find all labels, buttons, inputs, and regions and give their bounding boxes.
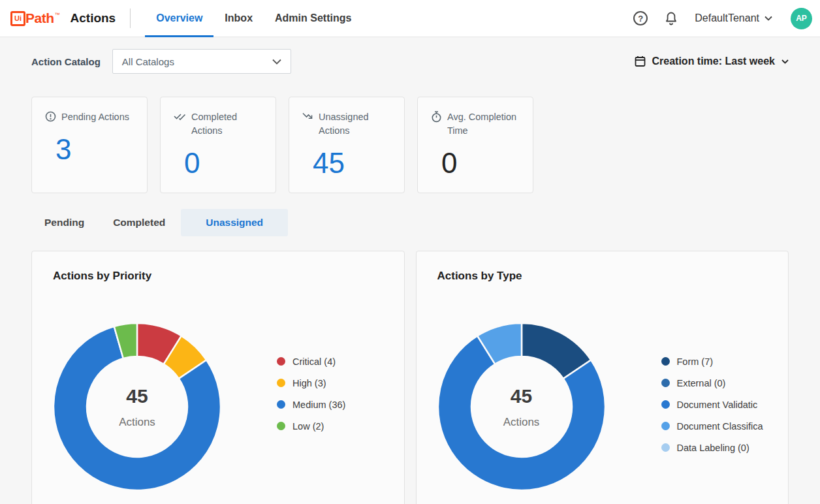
legend-label: External (0) <box>677 378 726 388</box>
header-divider <box>130 8 131 28</box>
double-check-icon <box>174 111 186 121</box>
nav-tab-inbox[interactable]: Inbox <box>213 0 264 37</box>
legend-dot-icon <box>277 422 285 430</box>
tenant-name: DefaultTenant <box>695 12 759 24</box>
legend-dot-icon <box>661 400 670 409</box>
stat-card-unassigned: Unassigned Actions 45 <box>289 97 405 193</box>
nav-tab-admin-settings[interactable]: Admin Settings <box>264 0 362 37</box>
alert-circle-icon <box>45 111 56 122</box>
stat-value: 0 <box>441 147 520 180</box>
main-nav: Overview Inbox Admin Settings <box>145 0 362 37</box>
actions-by-type-card: Actions by Type 45 Actions Form (7)Exter… <box>416 251 789 504</box>
legend-item[interactable]: Document Classifica <box>661 415 763 437</box>
stat-label: Unassigned Actions <box>319 110 391 138</box>
type-legend: Form (7)External (0)Document ValidaticDo… <box>661 351 763 458</box>
uipath-logo[interactable]: Ui Path ™ <box>10 10 60 26</box>
legend-item[interactable]: Document Validatic <box>661 394 763 415</box>
stopwatch-icon <box>431 111 442 123</box>
stat-card-pending: Pending Actions 3 <box>31 97 148 193</box>
tab-pending[interactable]: Pending <box>31 209 97 236</box>
uipath-logo-box: Ui <box>10 11 25 26</box>
legend-dot-icon <box>277 379 285 387</box>
legend-dot-icon <box>277 357 285 366</box>
app-header: Ui Path ™ Actions Overview Inbox Admin S… <box>0 0 820 37</box>
legend-item[interactable]: Data Labeling (0) <box>661 437 763 458</box>
tab-unassigned[interactable]: Unassigned <box>181 209 288 236</box>
legend-label: Critical (4) <box>292 356 336 367</box>
type-donut-chart: 45 Actions <box>438 323 605 490</box>
legend-dot-icon <box>277 400 285 409</box>
legend-label: Low (2) <box>292 421 324 432</box>
legend-item[interactable]: Form (7) <box>661 351 763 372</box>
legend-dot-icon <box>661 422 670 430</box>
nav-tab-overview[interactable]: Overview <box>145 0 213 37</box>
priority-legend: Critical (4)High (3)Medium (36)Low (2) <box>277 351 345 437</box>
legend-label: Form (7) <box>677 356 714 367</box>
legend-item[interactable]: High (3) <box>277 372 345 394</box>
legend-item[interactable]: Critical (4) <box>277 351 345 372</box>
legend-item[interactable]: External (0) <box>661 372 763 394</box>
stats-row: Pending Actions 3 Completed Actions 0 Un… <box>31 97 789 193</box>
bell-icon[interactable] <box>665 11 678 25</box>
stat-value: 0 <box>184 147 262 180</box>
tab-completed[interactable]: Completed <box>100 209 178 236</box>
avatar[interactable]: AP <box>791 8 812 29</box>
calendar-icon <box>635 55 646 67</box>
help-icon[interactable]: ? <box>633 11 648 25</box>
trademark-symbol: ™ <box>55 12 60 18</box>
chevron-down-icon <box>272 59 281 65</box>
chart-title: Actions by Type <box>437 270 522 283</box>
legend-label: Medium (36) <box>292 400 345 410</box>
status-tabs: Pending Completed Unassigned <box>31 209 789 236</box>
trending-down-icon <box>302 111 313 121</box>
actions-by-priority-card: Actions by Priority 45 Actions Critical … <box>31 251 405 504</box>
stat-card-completed: Completed Actions 0 <box>160 97 276 193</box>
legend-label: Document Classifica <box>677 421 763 432</box>
legend-item[interactable]: Medium (36) <box>277 394 345 415</box>
stat-card-avg-completion: Avg. Completion Time 0 <box>417 97 533 193</box>
creation-time-label: Creation time: Last week <box>652 55 776 67</box>
legend-label: Document Validatic <box>677 400 758 410</box>
legend-dot-icon <box>661 379 670 387</box>
legend-label: High (3) <box>292 378 326 388</box>
legend-dot-icon <box>661 357 670 366</box>
legend-item[interactable]: Low (2) <box>277 415 345 437</box>
stat-label: Completed Actions <box>191 110 262 138</box>
catalog-select[interactable]: All Catalogs <box>112 49 291 74</box>
action-catalog-label: Action Catalog <box>31 56 101 67</box>
stat-label: Avg. Completion Time <box>447 110 520 138</box>
stat-value: 45 <box>313 147 391 180</box>
stat-label: Pending Actions <box>61 110 129 124</box>
priority-donut-chart: 45 Actions <box>54 323 221 490</box>
legend-dot-icon <box>661 443 670 452</box>
chevron-down-icon <box>765 16 772 21</box>
chart-title: Actions by Priority <box>53 270 151 283</box>
catalog-select-value: All Catalogs <box>122 56 174 67</box>
filter-row: Action Catalog All Catalogs Creation tim… <box>31 49 789 74</box>
page-title: Actions <box>71 11 116 25</box>
creation-time-filter[interactable]: Creation time: Last week <box>635 55 789 67</box>
charts-row: Actions by Priority 45 Actions Critical … <box>31 251 789 504</box>
chevron-down-icon <box>781 59 789 64</box>
tenant-selector[interactable]: DefaultTenant <box>695 12 772 24</box>
legend-label: Data Labeling (0) <box>677 443 749 453</box>
stat-value: 3 <box>55 133 134 166</box>
uipath-logo-text: Path <box>25 10 54 26</box>
